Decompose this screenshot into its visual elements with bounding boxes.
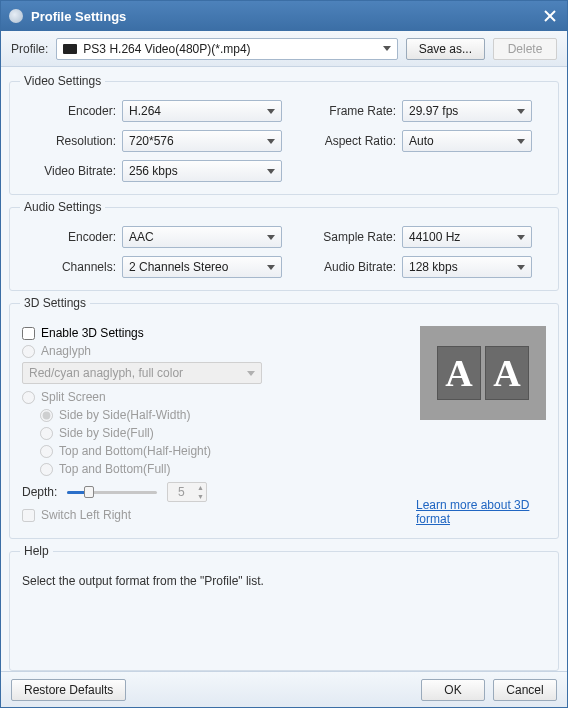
profile-value: PS3 H.264 Video(480P)(*.mp4): [83, 42, 382, 56]
chevron-down-icon: [247, 371, 255, 376]
profile-label: Profile:: [11, 42, 48, 56]
anaglyph-mode-dropdown: Red/cyan anaglyph, full color: [22, 362, 262, 384]
audio-settings-group: Audio Settings Encoder: AAC Sample Rate:…: [9, 207, 559, 291]
resolution-dropdown[interactable]: 720*576: [122, 130, 282, 152]
enable-3d-label: Enable 3D Settings: [41, 326, 144, 340]
chevron-down-icon: [267, 139, 275, 144]
window-title: Profile Settings: [31, 9, 541, 24]
frame-rate-label: Frame Rate:: [312, 104, 402, 118]
video-legend: Video Settings: [20, 74, 105, 88]
audio-legend: Audio Settings: [20, 200, 105, 214]
chevron-down-icon: [517, 109, 525, 114]
frame-rate-dropdown[interactable]: 29.97 fps: [402, 100, 532, 122]
close-button[interactable]: [541, 7, 559, 25]
chevron-down-icon: [267, 109, 275, 114]
content-body: Video Settings Encoder: H.264 Frame Rate…: [1, 67, 567, 671]
audio-encoder-dropdown[interactable]: AAC: [122, 226, 282, 248]
video-encoder-dropdown[interactable]: H.264: [122, 100, 282, 122]
help-group: Help Select the output format from the "…: [9, 551, 559, 671]
anaglyph-label: Anaglyph: [41, 344, 91, 358]
app-icon: [9, 9, 23, 23]
sbs-full-radio: [40, 427, 53, 440]
learn-more-link[interactable]: Learn more about 3D format: [416, 498, 546, 526]
split-screen-label: Split Screen: [41, 390, 106, 404]
cancel-button[interactable]: Cancel: [493, 679, 557, 701]
delete-button: Delete: [493, 38, 557, 60]
close-icon: [544, 10, 556, 22]
chevron-down-icon: [517, 139, 525, 144]
channels-label: Channels:: [22, 260, 122, 274]
three-d-settings-group: 3D Settings Enable 3D Settings Anaglyph …: [9, 303, 559, 539]
video-bitrate-label: Video Bitrate:: [22, 164, 122, 178]
chevron-down-icon: [267, 169, 275, 174]
chevron-down-icon: [383, 46, 391, 51]
chevron-down-icon: [517, 265, 525, 270]
chevron-down-icon: [267, 235, 275, 240]
anaglyph-radio: [22, 345, 35, 358]
channels-dropdown[interactable]: 2 Channels Stereo: [122, 256, 282, 278]
tb-full-radio: [40, 463, 53, 476]
profile-format-icon: [63, 44, 77, 54]
tb-full-label: Top and Bottom(Full): [59, 462, 170, 476]
chevron-down-icon: [517, 235, 525, 240]
chevron-down-icon: ▼: [194, 492, 206, 501]
sbs-full-label: Side by Side(Full): [59, 426, 154, 440]
tb-half-label: Top and Bottom(Half-Height): [59, 444, 211, 458]
sbs-half-radio: [40, 409, 53, 422]
depth-spinner: 5 ▲▼: [167, 482, 207, 502]
save-as-button[interactable]: Save as...: [406, 38, 485, 60]
titlebar: Profile Settings: [1, 1, 567, 31]
aspect-dropdown[interactable]: Auto: [402, 130, 532, 152]
chevron-up-icon: ▲: [194, 483, 206, 492]
enable-3d-checkbox[interactable]: [22, 327, 35, 340]
audio-bitrate-dropdown[interactable]: 128 kbps: [402, 256, 532, 278]
audio-encoder-label: Encoder:: [22, 230, 122, 244]
ok-button[interactable]: OK: [421, 679, 485, 701]
sample-rate-dropdown[interactable]: 44100 Hz: [402, 226, 532, 248]
video-bitrate-dropdown[interactable]: 256 kbps: [122, 160, 282, 182]
profile-row: Profile: PS3 H.264 Video(480P)(*.mp4) Sa…: [1, 31, 567, 67]
help-text: Select the output format from the "Profi…: [22, 574, 546, 588]
depth-label: Depth:: [22, 485, 57, 499]
restore-defaults-button[interactable]: Restore Defaults: [11, 679, 126, 701]
profile-dropdown[interactable]: PS3 H.264 Video(480P)(*.mp4): [56, 38, 397, 60]
resolution-label: Resolution:: [22, 134, 122, 148]
audio-bitrate-label: Audio Bitrate:: [312, 260, 402, 274]
footer: Restore Defaults OK Cancel: [1, 671, 567, 707]
sbs-half-label: Side by Side(Half-Width): [59, 408, 190, 422]
preview-letter-left: A: [437, 346, 481, 400]
help-legend: Help: [20, 544, 53, 558]
profile-settings-window: Profile Settings Profile: PS3 H.264 Vide…: [0, 0, 568, 708]
aspect-label: Aspect Ratio:: [312, 134, 402, 148]
preview-letter-right: A: [485, 346, 529, 400]
switch-lr-checkbox: [22, 509, 35, 522]
depth-slider: [67, 484, 157, 500]
three-d-preview: A A: [420, 326, 546, 420]
sample-rate-label: Sample Rate:: [312, 230, 402, 244]
switch-lr-label: Switch Left Right: [41, 508, 131, 522]
video-encoder-label: Encoder:: [22, 104, 122, 118]
split-screen-radio: [22, 391, 35, 404]
tb-half-radio: [40, 445, 53, 458]
chevron-down-icon: [267, 265, 275, 270]
three-d-legend: 3D Settings: [20, 296, 90, 310]
video-settings-group: Video Settings Encoder: H.264 Frame Rate…: [9, 81, 559, 195]
